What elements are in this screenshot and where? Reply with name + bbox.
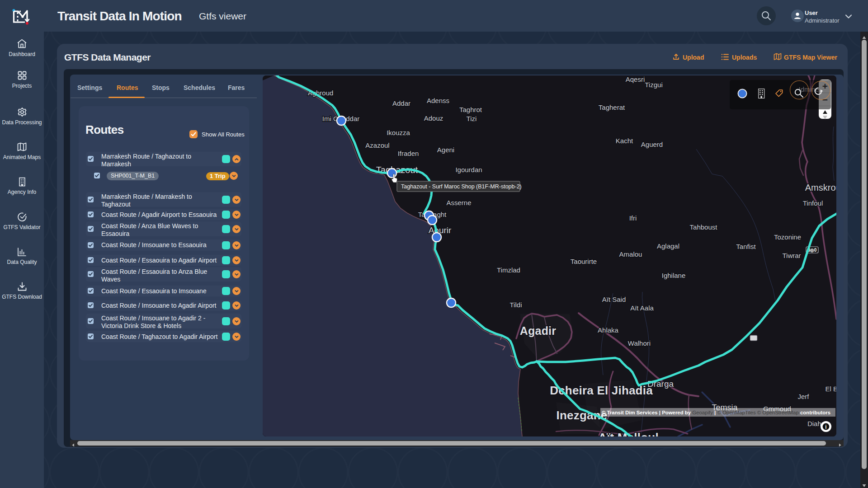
svg-text:Ifraden: Ifraden bbox=[398, 150, 419, 157]
svg-text:Addar: Addar bbox=[392, 99, 410, 107]
svg-text:Tiwrar: Tiwrar bbox=[782, 252, 801, 259]
svg-text:Jerf: Jerf bbox=[797, 393, 809, 400]
svg-text:Aguerd: Aguerd bbox=[641, 141, 663, 148]
svg-text:Tahboust: Tahboust bbox=[690, 223, 718, 231]
svg-text:Taourirte: Taourirte bbox=[571, 258, 597, 265]
svg-text:+: + bbox=[822, 81, 828, 91]
svg-text:Tozonine: Tozonine bbox=[774, 233, 801, 241]
svg-text:Adouz: Adouz bbox=[424, 114, 443, 122]
svg-text:Agadir: Agadir bbox=[520, 324, 556, 337]
svg-text:Amskrout: Amskrout bbox=[805, 183, 836, 192]
svg-text:Aït Aala: Aït Aala bbox=[630, 304, 654, 312]
svg-text:Aglagal: Aglagal bbox=[657, 242, 679, 250]
svg-text:Tagherat: Tagherat bbox=[599, 103, 625, 111]
svg-text:Ighilane: Ighilane bbox=[662, 272, 686, 279]
svg-text:Walhori: Walhori bbox=[628, 339, 651, 347]
svg-text:Ikouzza: Ikouzza bbox=[387, 129, 410, 136]
svg-text:Ahlaka: Ahlaka bbox=[598, 326, 619, 334]
svg-text:Tanfist: Tanfist bbox=[736, 243, 756, 250]
svg-text:Asserne: Asserne bbox=[446, 199, 471, 206]
svg-text:i: i bbox=[825, 424, 826, 430]
svg-text:Aghroud: Aghroud bbox=[308, 89, 334, 97]
svg-text:Ageni: Ageni bbox=[437, 146, 454, 154]
svg-text:Tizi: Tizi bbox=[467, 115, 477, 122]
svg-text:Timzlad: Timzlad bbox=[497, 266, 520, 274]
svg-text:Aït Said: Aït Said bbox=[602, 296, 626, 303]
svg-text:Kacht: Kacht bbox=[616, 137, 633, 145]
svg-text:© Transit Dim Services | Power: © Transit Dim Services | Powered by Geoa… bbox=[602, 410, 830, 415]
svg-text:Tizgui: Tizgui bbox=[645, 81, 662, 89]
svg-text:Amalou: Amalou bbox=[619, 250, 642, 258]
svg-text:Taghrot: Taghrot bbox=[459, 106, 482, 113]
svg-text:Taghazout - Surf Maroc Shop (B: Taghazout - Surf Maroc Shop (B1F-MR-stop… bbox=[401, 183, 522, 190]
svg-text:Tildi: Tildi bbox=[510, 301, 522, 309]
svg-text:Ifri: Ifri bbox=[629, 214, 637, 222]
svg-text:Adenss: Adenss bbox=[427, 97, 449, 104]
svg-text:Igourdan: Igourdan bbox=[455, 166, 482, 174]
svg-text:El Bi: El Bi bbox=[826, 385, 836, 393]
svg-text:Azazoul: Azazoul bbox=[365, 141, 389, 149]
svg-text:Aqesri: Aqesri bbox=[626, 75, 645, 83]
svg-text:Tinfoul: Tinfoul bbox=[803, 199, 823, 207]
